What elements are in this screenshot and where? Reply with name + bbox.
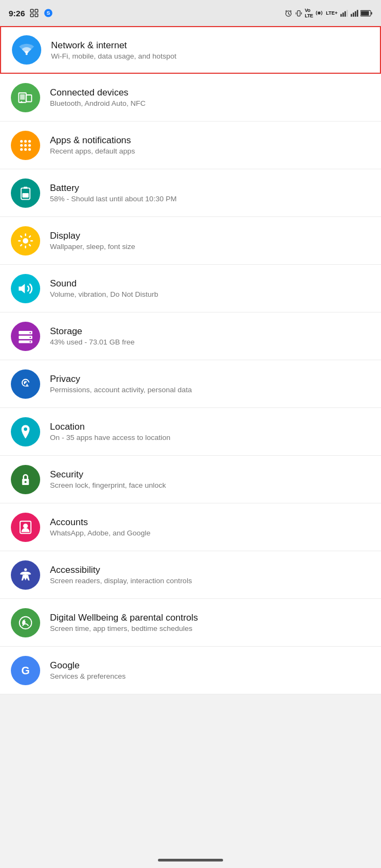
google-title: Google bbox=[50, 660, 370, 671]
display-subtitle: Wallpaper, sleep, font size bbox=[50, 242, 370, 251]
svg-point-29 bbox=[20, 144, 23, 146]
svg-text:S: S bbox=[47, 10, 50, 16]
settings-item-security[interactable]: Security Screen lock, fingerprint, face … bbox=[0, 456, 381, 503]
location-title: Location bbox=[50, 422, 370, 432]
accessibility-title: Accessibility bbox=[50, 565, 370, 576]
settings-list: Network & internet Wi-Fi, mobile, data u… bbox=[0, 26, 381, 694]
privacy-title: Privacy bbox=[50, 374, 370, 385]
settings-item-apps[interactable]: Apps & notifications Recent apps, defaul… bbox=[0, 122, 381, 169]
wellbeing-title: Digital Wellbeing & parental controls bbox=[50, 612, 370, 623]
network-text: Network & internet Wi-Fi, mobile, data u… bbox=[51, 40, 369, 60]
signal1-icon bbox=[340, 9, 348, 17]
settings-item-storage[interactable]: Storage 43% used - 73.01 GB free bbox=[0, 312, 381, 360]
battery-subtitle: 58% - Should last until about 10:30 PM bbox=[50, 195, 370, 203]
svg-rect-22 bbox=[20, 94, 25, 99]
svg-point-33 bbox=[24, 148, 27, 151]
svg-rect-12 bbox=[347, 10, 348, 17]
sound-subtitle: Volume, vibration, Do Not Disturb bbox=[50, 290, 370, 298]
display-icon-circle bbox=[11, 226, 40, 256]
status-bar: 9:26 S VoLTE LTE+ bbox=[0, 0, 381, 26]
svg-text:G: G bbox=[21, 664, 30, 676]
wellbeing-text: Digital Wellbeing & parental controls Sc… bbox=[50, 612, 370, 633]
vibrate-icon bbox=[295, 9, 303, 17]
svg-rect-23 bbox=[26, 95, 31, 102]
connected-icon bbox=[17, 90, 34, 106]
svg-point-26 bbox=[20, 140, 23, 143]
settings-item-connected[interactable]: Connected devices Bluetooth, Android Aut… bbox=[0, 74, 381, 122]
svg-rect-36 bbox=[24, 187, 28, 189]
svg-point-43 bbox=[30, 331, 31, 333]
shazam-icon: S bbox=[43, 8, 53, 18]
privacy-text: Privacy Permissions, account activity, p… bbox=[50, 374, 370, 394]
status-left: 9:26 S bbox=[9, 8, 53, 18]
svg-rect-9 bbox=[340, 14, 342, 16]
settings-item-accessibility[interactable]: Accessibility Screen readers, display, i… bbox=[0, 551, 381, 599]
svg-rect-13 bbox=[351, 14, 352, 16]
screenshot-icon bbox=[29, 8, 39, 18]
accessibility-subtitle: Screen readers, display, interaction con… bbox=[50, 577, 370, 585]
settings-item-location[interactable]: Location On - 35 apps have access to loc… bbox=[0, 408, 381, 456]
storage-icon bbox=[17, 328, 34, 344]
svg-point-53 bbox=[24, 481, 27, 483]
svg-marker-39 bbox=[19, 284, 25, 293]
accounts-title: Accounts bbox=[50, 517, 370, 528]
storage-title: Storage bbox=[50, 326, 370, 337]
connected-icon-circle bbox=[11, 83, 40, 112]
alarm-icon bbox=[284, 9, 293, 17]
status-right: VoLTE LTE+ bbox=[284, 8, 372, 18]
signal2-icon bbox=[350, 9, 358, 17]
location-subtitle: On - 35 apps have access to location bbox=[50, 433, 370, 442]
google-icon-circle: G bbox=[11, 656, 40, 685]
svg-point-38 bbox=[23, 238, 28, 244]
svg-point-31 bbox=[28, 144, 31, 146]
svg-point-56 bbox=[24, 568, 27, 571]
svg-point-45 bbox=[30, 341, 31, 342]
storage-icon-circle bbox=[11, 322, 40, 351]
bottom-nav-indicator bbox=[158, 859, 223, 861]
svg-rect-7 bbox=[297, 10, 300, 16]
settings-item-battery[interactable]: Battery 58% - Should last until about 10… bbox=[0, 169, 381, 217]
storage-text: Storage 43% used - 73.01 GB free bbox=[50, 326, 370, 346]
wellbeing-icon bbox=[17, 615, 34, 631]
settings-item-network[interactable]: Network & internet Wi-Fi, mobile, data u… bbox=[0, 26, 381, 74]
svg-rect-11 bbox=[345, 11, 346, 16]
hotspot-icon bbox=[315, 9, 323, 17]
privacy-icon-circle bbox=[11, 369, 40, 399]
location-icon bbox=[17, 424, 34, 440]
apps-icon bbox=[17, 137, 34, 154]
svg-rect-10 bbox=[342, 12, 344, 17]
svg-point-30 bbox=[24, 144, 27, 146]
location-icon-circle bbox=[11, 417, 40, 446]
wellbeing-icon-circle bbox=[11, 608, 40, 637]
svg-rect-37 bbox=[22, 193, 29, 197]
svg-rect-1 bbox=[35, 9, 38, 12]
connected-title: Connected devices bbox=[50, 87, 370, 98]
sound-icon bbox=[17, 280, 34, 297]
settings-item-privacy[interactable]: Privacy Permissions, account activity, p… bbox=[0, 360, 381, 408]
network-subtitle: Wi-Fi, mobile, data usage, and hotspot bbox=[51, 52, 369, 60]
connected-subtitle: Bluetooth, Android Auto, NFC bbox=[50, 99, 370, 107]
settings-item-accounts[interactable]: Accounts WhatsApp, Adobe, and Google bbox=[0, 503, 381, 551]
privacy-icon bbox=[17, 376, 34, 392]
svg-point-28 bbox=[28, 140, 31, 143]
accessibility-icon bbox=[17, 567, 34, 583]
svg-point-51 bbox=[24, 427, 27, 430]
display-text: Display Wallpaper, sleep, font size bbox=[50, 231, 370, 251]
wellbeing-subtitle: Screen time, app timers, bedtime schedul… bbox=[50, 624, 370, 633]
status-time: 9:26 bbox=[9, 9, 25, 18]
svg-rect-14 bbox=[353, 12, 354, 17]
settings-item-google[interactable]: G Google Services & preferences bbox=[0, 647, 381, 694]
settings-item-sound[interactable]: Sound Volume, vibration, Do Not Disturb bbox=[0, 265, 381, 312]
network-icon-circle bbox=[12, 35, 41, 65]
location-text: Location On - 35 apps have access to loc… bbox=[50, 422, 370, 442]
accounts-subtitle: WhatsApp, Adobe, and Google bbox=[50, 529, 370, 537]
security-title: Security bbox=[50, 469, 370, 480]
security-text: Security Screen lock, fingerprint, face … bbox=[50, 469, 370, 489]
settings-item-wellbeing[interactable]: Digital Wellbeing & parental controls Sc… bbox=[0, 599, 381, 647]
apps-text: Apps & notifications Recent apps, defaul… bbox=[50, 135, 370, 155]
svg-rect-18 bbox=[371, 12, 372, 14]
svg-rect-15 bbox=[355, 11, 357, 16]
settings-item-display[interactable]: Display Wallpaper, sleep, font size bbox=[0, 217, 381, 265]
storage-subtitle: 43% used - 73.01 GB free bbox=[50, 338, 370, 346]
accounts-icon bbox=[17, 519, 34, 535]
